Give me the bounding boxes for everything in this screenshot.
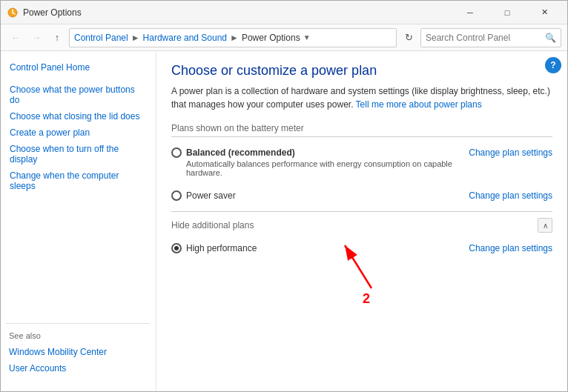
- close-button[interactable]: ✕: [527, 1, 561, 24]
- sidebar-item-computer-sleeps[interactable]: Change when the computer sleeps: [7, 168, 150, 193]
- radio-high-performance[interactable]: [171, 243, 182, 253]
- sidebar-divider: [6, 323, 150, 324]
- sidebar-item-control-panel-home[interactable]: Control Panel Home: [7, 60, 150, 75]
- change-plan-high-performance[interactable]: Change plan settings: [469, 243, 552, 253]
- page-title: Choose or customize a power plan: [171, 63, 552, 79]
- breadcrumb: Control Panel ► Hardware and Sound ► Pow…: [69, 28, 397, 47]
- learn-more-link[interactable]: Tell me more about power plans: [356, 99, 482, 110]
- annotation-2: 2: [363, 291, 370, 306]
- main-area: Control Panel Home Choose what the power…: [1, 51, 567, 391]
- title-bar: Power Options ─ □ ✕: [1, 1, 567, 24]
- see-also-title: See also: [6, 330, 150, 342]
- sidebar-item-user-accounts[interactable]: User Accounts: [6, 361, 150, 376]
- hide-section-title: Hide additional plans: [171, 220, 254, 230]
- forward-button[interactable]: →: [27, 29, 45, 47]
- content-area: ? Choose or customize a power plan A pow…: [156, 51, 567, 391]
- help-button[interactable]: ?: [545, 57, 561, 73]
- address-bar: ← → ↑ Control Panel ► Hardware and Sound…: [1, 24, 567, 51]
- sidebar-item-turn-off-display[interactable]: Choose when to turn off the display: [7, 142, 150, 167]
- breadcrumb-power-options: Power Options: [242, 33, 300, 43]
- change-plan-balanced[interactable]: Change plan settings: [469, 147, 552, 158]
- search-box: 🔍: [420, 28, 561, 47]
- radio-power-saver[interactable]: [171, 190, 182, 201]
- plan-desc-balanced: Automatically balances performance with …: [186, 159, 469, 177]
- up-button[interactable]: ↑: [48, 29, 66, 47]
- sidebar-item-create-plan[interactable]: Create a power plan: [7, 125, 150, 140]
- search-input[interactable]: [426, 33, 545, 43]
- sidebar: Control Panel Home Choose what the power…: [1, 51, 156, 391]
- hide-section: Hide additional plans ∧ High performance…: [171, 211, 552, 256]
- change-plan-power-saver[interactable]: Change plan settings: [469, 190, 552, 201]
- radio-balanced[interactable]: [171, 147, 182, 158]
- breadcrumb-hardware-sound[interactable]: Hardware and Sound: [143, 33, 227, 43]
- window-controls: ─ □ ✕: [453, 1, 561, 24]
- plan-row-balanced: Balanced (recommended) Automatically bal…: [171, 144, 552, 180]
- plans-section-title: Plans shown on the battery meter: [171, 123, 552, 137]
- main-window: Power Options ─ □ ✕ ← → ↑ Control Panel …: [0, 0, 568, 392]
- minimize-button[interactable]: ─: [453, 1, 487, 24]
- sidebar-item-closing-lid[interactable]: Choose what closing the lid does: [7, 109, 150, 124]
- window-icon: [7, 7, 19, 19]
- sidebar-item-power-buttons[interactable]: Choose what the power buttons do: [7, 82, 150, 107]
- sidebar-item-mobility-center[interactable]: Windows Mobility Center: [6, 345, 150, 359]
- breadcrumb-control-panel[interactable]: Control Panel: [74, 33, 128, 43]
- maximize-button[interactable]: □: [490, 1, 524, 24]
- collapse-button[interactable]: ∧: [538, 218, 552, 233]
- search-icon[interactable]: 🔍: [545, 33, 556, 43]
- plan-row-power-saver: Power saver Change plan settings: [171, 187, 552, 204]
- plan-name-power-saver: Power saver: [186, 190, 236, 201]
- plan-name-high-performance: High performance: [186, 243, 257, 253]
- plan-row-high-performance: High performance Change plan settings: [171, 240, 552, 256]
- page-description: A power plan is a collection of hardware…: [171, 84, 552, 111]
- back-button[interactable]: ←: [7, 29, 24, 47]
- refresh-button[interactable]: ↻: [400, 29, 417, 47]
- window-title: Power Options: [23, 7, 453, 18]
- plan-name-balanced: Balanced (recommended): [186, 147, 295, 158]
